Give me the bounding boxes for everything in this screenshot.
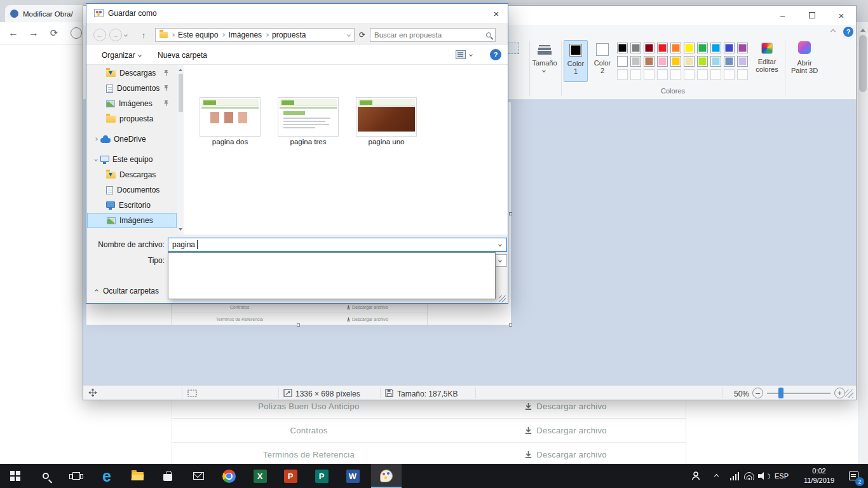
people-button[interactable] bbox=[685, 464, 707, 488]
palette-empty-slot[interactable] bbox=[710, 69, 721, 80]
new-folder-button[interactable]: Nueva carpeta bbox=[158, 50, 207, 61]
scrollbar-thumb[interactable] bbox=[179, 74, 183, 112]
paint-button[interactable] bbox=[371, 464, 402, 488]
task-view-button[interactable] bbox=[61, 464, 92, 488]
publisher-button[interactable]: P bbox=[306, 464, 337, 488]
close-button[interactable]: × bbox=[827, 6, 856, 25]
download-link[interactable]: Descargar archivo bbox=[445, 450, 686, 459]
palette-empty-slot[interactable] bbox=[697, 69, 708, 80]
network-button[interactable] bbox=[727, 464, 742, 488]
search-box[interactable] bbox=[370, 28, 496, 42]
palette-empty-slot[interactable] bbox=[617, 69, 628, 80]
palette-swatch[interactable] bbox=[737, 43, 748, 53]
breadcrumb-folder[interactable]: Imágenes bbox=[228, 30, 262, 39]
palette-empty-slot[interactable] bbox=[657, 69, 668, 80]
palette-swatch[interactable] bbox=[630, 56, 641, 67]
collapse-ribbon-button[interactable] bbox=[825, 25, 841, 39]
file-item-pagina-tres[interactable]: pagina tres bbox=[273, 97, 343, 146]
language-indicator[interactable]: ESP bbox=[771, 464, 792, 488]
clock[interactable]: 0:02 11/9/2019 bbox=[794, 464, 844, 488]
sidebar-item-propuesta[interactable]: propuesta bbox=[87, 111, 177, 126]
browser-refresh-button[interactable]: ⟳ bbox=[46, 25, 62, 41]
color1-button[interactable]: Color 1 bbox=[564, 40, 588, 82]
breadcrumb-chevron-icon[interactable] bbox=[265, 33, 269, 37]
sidebar-item-onedrive[interactable]: OneDrive bbox=[87, 132, 177, 147]
palette-empty-slot[interactable] bbox=[737, 69, 748, 80]
palette-swatch[interactable] bbox=[737, 56, 748, 67]
sidebar-scrollbar[interactable] bbox=[177, 65, 184, 234]
open-paint3d-button[interactable]: Abrir Paint 3D bbox=[787, 40, 822, 82]
palette-swatch[interactable] bbox=[670, 43, 681, 53]
palette-swatch[interactable] bbox=[710, 43, 721, 53]
edit-colors-button[interactable]: Editar colores bbox=[752, 40, 782, 82]
nav-back-button[interactable]: ← bbox=[93, 29, 106, 41]
file-explorer-button[interactable] bbox=[122, 464, 153, 488]
palette-swatch[interactable] bbox=[617, 56, 628, 67]
recent-locations-icon[interactable] bbox=[124, 33, 128, 37]
paint-help-button[interactable]: ? bbox=[843, 27, 853, 37]
palette-swatch[interactable] bbox=[657, 56, 668, 67]
dialog-resize-grip[interactable] bbox=[499, 295, 506, 302]
scrollbar-up-icon[interactable] bbox=[860, 26, 865, 32]
palette-empty-slot[interactable] bbox=[644, 69, 654, 80]
palette-swatch[interactable] bbox=[644, 56, 654, 67]
show-hidden-icons-button[interactable] bbox=[708, 464, 724, 488]
palette-empty-slot[interactable] bbox=[630, 69, 641, 80]
file-item-pagina-dos[interactable]: pagina dos bbox=[195, 97, 265, 146]
palette-swatch[interactable] bbox=[684, 43, 695, 53]
canvas-resize-handle[interactable] bbox=[509, 212, 512, 215]
zoom-in-button[interactable]: + bbox=[834, 388, 845, 398]
organize-button[interactable]: Organizar bbox=[102, 50, 141, 61]
volume-button[interactable] bbox=[756, 464, 770, 488]
sidebar-item-imagenes-quick[interactable]: Imágenes bbox=[87, 96, 177, 111]
palette-swatch[interactable] bbox=[684, 56, 695, 67]
zoom-slider-thumb[interactable] bbox=[778, 388, 783, 398]
views-button[interactable] bbox=[456, 50, 466, 59]
sidebar-item-imagenes-selected[interactable]: Imágenes bbox=[87, 213, 177, 228]
chrome-button[interactable] bbox=[214, 464, 244, 488]
collapse-chevron-icon[interactable] bbox=[94, 158, 98, 161]
palette-swatch[interactable] bbox=[630, 43, 641, 53]
sidebar-item-documentos[interactable]: Documentos bbox=[87, 182, 177, 198]
mail-button[interactable] bbox=[183, 464, 214, 488]
palette-swatch[interactable] bbox=[697, 43, 708, 53]
size-button[interactable]: Tamaño bbox=[531, 40, 559, 82]
zoom-out-button[interactable]: – bbox=[752, 388, 763, 398]
canvas-resize-handle[interactable] bbox=[297, 323, 300, 327]
sidebar-item-escritorio[interactable]: Escritorio bbox=[87, 198, 177, 213]
wifi-button[interactable] bbox=[742, 464, 756, 488]
canvas-resize-handle[interactable] bbox=[509, 323, 512, 327]
zoom-slider-track[interactable] bbox=[767, 393, 831, 394]
browser-back-button[interactable]: ← bbox=[5, 25, 22, 41]
breadcrumb-chevron-icon[interactable] bbox=[171, 33, 175, 37]
search-input[interactable] bbox=[374, 31, 484, 39]
breadcrumb-chevron-icon[interactable] bbox=[222, 33, 226, 37]
refresh-button[interactable]: ⟳ bbox=[356, 28, 369, 42]
breadcrumb-folder-current[interactable]: propuesta bbox=[272, 30, 306, 39]
palette-swatch[interactable] bbox=[724, 56, 735, 67]
palette-swatch[interactable] bbox=[670, 56, 681, 67]
sidebar-item-este-equipo[interactable]: Este equipo bbox=[87, 152, 177, 167]
browser-forward-button[interactable]: → bbox=[25, 25, 42, 41]
download-link[interactable]: Descargar archivo bbox=[445, 402, 686, 411]
help-button[interactable]: ? bbox=[490, 49, 501, 60]
store-button[interactable] bbox=[153, 464, 183, 488]
nav-forward-button[interactable]: → bbox=[109, 29, 122, 41]
scroll-up-icon[interactable] bbox=[179, 67, 182, 71]
file-item-pagina-uno[interactable]: pagina uno bbox=[351, 97, 421, 146]
palette-empty-slot[interactable] bbox=[670, 69, 681, 80]
sidebar-item-descargas-quick[interactable]: Descargas bbox=[87, 65, 177, 81]
address-dropdown-icon[interactable] bbox=[347, 33, 351, 37]
hide-folders-button[interactable]: Ocultar carpetas bbox=[95, 286, 159, 296]
palette-swatch[interactable] bbox=[697, 56, 708, 67]
palette-swatch[interactable] bbox=[710, 56, 721, 67]
search-button[interactable] bbox=[31, 464, 61, 488]
palette-swatch[interactable] bbox=[724, 43, 735, 53]
page-info-icon[interactable] bbox=[71, 27, 82, 39]
dialog-close-button[interactable]: × bbox=[485, 4, 508, 23]
color2-button[interactable]: Color 2 bbox=[590, 40, 614, 82]
palette-empty-slot[interactable] bbox=[684, 69, 695, 80]
powerpoint-button[interactable]: P bbox=[275, 464, 306, 488]
expand-chevron-icon[interactable] bbox=[94, 137, 98, 141]
filename-dropdown-icon[interactable] bbox=[498, 243, 502, 247]
